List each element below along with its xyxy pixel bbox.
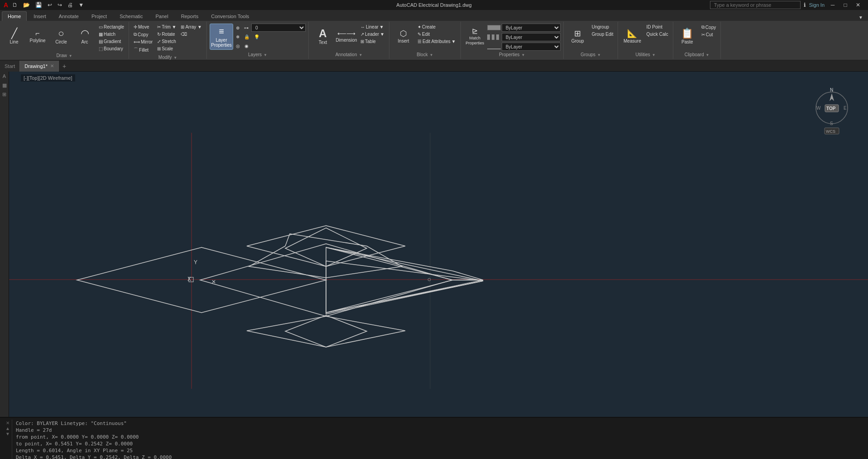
arc-button[interactable]: ◠ Arc: [73, 24, 96, 50]
layer-row-3: ◎ ◉: [234, 42, 306, 50]
ribbon-content: ╱ Line ⌐ Polyline ○ Circle ◠ Arc ▭ Recta…: [0, 21, 868, 60]
qa-open[interactable]: 📂: [22, 1, 31, 9]
layers-expand-icon[interactable]: ▼: [264, 53, 267, 57]
modify-expand-icon[interactable]: ▼: [173, 56, 177, 60]
linear-button[interactable]: ↔ Linear ▼: [359, 24, 386, 30]
stretch-button[interactable]: ⤢ Stretch: [155, 38, 178, 45]
ribbon-options-btn[interactable]: ▼: [857, 14, 864, 21]
clipboard-label-row: Clipboard ▼: [685, 52, 710, 58]
sign-in-btn[interactable]: Sign In: [809, 2, 825, 8]
sidebar-icon-2[interactable]: ▦: [1, 82, 8, 90]
info-btn[interactable]: ℹ: [802, 1, 807, 9]
trim-button[interactable]: ✂ Trim ▼: [155, 24, 178, 30]
drawing-tab-close[interactable]: ✕: [50, 63, 54, 68]
search-input[interactable]: [710, 1, 801, 9]
layer-properties-button[interactable]: ≡ Layer Properties: [210, 24, 233, 50]
scale-button[interactable]: ⊞ Scale: [155, 45, 178, 52]
quick-calc-btn[interactable]: Quick Calc: [644, 31, 670, 38]
tab-schematic[interactable]: Schematic: [114, 11, 149, 21]
edit-button[interactable]: ✎ Edit: [416, 31, 458, 38]
erase-button[interactable]: ⌫: [179, 31, 204, 38]
table-button[interactable]: ⊞ Table: [359, 38, 386, 45]
layer-lock-btn[interactable]: 🔒: [242, 34, 251, 40]
layers-col: ⊕ ⊶ 0 Defpoints ❄ 🔒 💡 ◎ ◉: [234, 24, 306, 50]
move-button[interactable]: ✛ Move: [132, 24, 154, 30]
ribbon: Home Insert Annotate Project Schematic P…: [0, 10, 868, 61]
ungroup-button[interactable]: Ungroup: [590, 24, 615, 30]
cut-button[interactable]: ✂ Cut: [700, 31, 718, 38]
tab-insert[interactable]: Insert: [28, 11, 52, 21]
add-tab-button[interactable]: +: [59, 61, 70, 72]
qa-save[interactable]: 💾: [34, 1, 43, 9]
utilities-expand-icon[interactable]: ▼: [652, 53, 656, 57]
tab-reports[interactable]: Reports: [175, 11, 205, 21]
layer-freeze-btn[interactable]: ❄: [234, 34, 241, 40]
copy-button[interactable]: ⧉ Copy: [132, 31, 154, 38]
layer-isolate-btn[interactable]: ◎: [234, 43, 242, 49]
minimize-btn[interactable]: ─: [826, 0, 839, 10]
lineweight-dropdown[interactable]: ByLayer: [502, 43, 561, 51]
group-edit-button[interactable]: Group Edit: [590, 31, 615, 38]
text-button[interactable]: A Text: [312, 24, 334, 50]
match-properties-button[interactable]: ⊵ Match Properties: [464, 24, 486, 50]
block-expand-icon[interactable]: ▼: [430, 53, 433, 57]
close-btn[interactable]: ✕: [852, 0, 864, 10]
linetype-dropdown[interactable]: ByLayer: [502, 33, 561, 41]
qa-undo[interactable]: ↩: [46, 1, 53, 9]
sidebar-icon-1[interactable]: A: [1, 73, 8, 81]
id-point-btn[interactable]: ID Point: [644, 24, 670, 30]
layer-dropdown[interactable]: 0 Defpoints: [251, 24, 306, 32]
qa-new[interactable]: 🗋: [11, 1, 19, 9]
layer-off-btn[interactable]: 💡: [252, 34, 261, 40]
maximize-btn[interactable]: □: [839, 0, 852, 10]
title-center: AutoCAD Electrical Drawing1.dwg: [396, 2, 471, 8]
edit-attributes-button[interactable]: ☰ Edit Attributes ▼: [416, 38, 458, 45]
rect-button[interactable]: ▭ Rectangle: [97, 24, 126, 30]
properties-expand-icon[interactable]: ▼: [522, 53, 525, 57]
match-layer-button[interactable]: ⊶: [242, 24, 250, 31]
polyline-button[interactable]: ⌐ Polyline: [26, 24, 49, 50]
line-button[interactable]: ╱ Line: [3, 24, 25, 50]
circle-button[interactable]: ○ Circle: [50, 24, 72, 50]
rect-icon: ▭: [99, 24, 103, 29]
tab-home[interactable]: Home: [2, 11, 27, 21]
window-title: AutoCAD Electrical Drawing1.dwg: [396, 2, 471, 8]
sidebar-icon-3[interactable]: ⊞: [1, 92, 8, 99]
drawing1-tab[interactable]: Drawing1* ✕: [20, 61, 59, 72]
hatch-button[interactable]: ▦ Hatch: [97, 31, 126, 38]
copy-clip-icon: ⧉: [701, 24, 705, 30]
qa-print[interactable]: 🖨: [66, 1, 74, 9]
leader-button[interactable]: ↗ Leader ▼: [359, 31, 386, 38]
tab-panel[interactable]: Panel: [150, 11, 174, 21]
insert-button[interactable]: ⬡ Insert: [392, 24, 415, 50]
clipboard-expand-icon[interactable]: ▼: [705, 53, 709, 57]
draw-expand-icon[interactable]: ▼: [69, 54, 72, 58]
rotate-button[interactable]: ↻ Rotate: [155, 31, 178, 38]
cmd-down-btn[interactable]: ▼: [5, 431, 10, 436]
draw-extra: ▭ Rectangle ▦ Hatch ▤ Gradient ⬚ Boundar…: [97, 24, 126, 52]
make-current-button[interactable]: ⊕: [234, 24, 241, 31]
groups-expand-icon[interactable]: ▼: [597, 53, 601, 57]
array-button[interactable]: ⊞ Array ▼: [179, 24, 204, 30]
qa-redo[interactable]: ↪: [56, 1, 63, 9]
cmd-close-btn[interactable]: ✕: [5, 420, 10, 425]
annotation-expand-icon[interactable]: ▼: [359, 53, 362, 57]
mirror-button[interactable]: ⟺ Mirror: [132, 39, 154, 45]
qa-dropdown[interactable]: ▼: [77, 1, 85, 9]
create-button[interactable]: ✦ Create: [416, 24, 458, 30]
measure-button[interactable]: 📐 Measure: [621, 24, 643, 50]
dimension-button[interactable]: ⟵⟶ Dimension: [335, 24, 358, 50]
paste-button[interactable]: 📋 Paste: [676, 24, 699, 50]
gradient-button[interactable]: ▤ Gradient: [97, 38, 126, 45]
cmd-up-btn[interactable]: ▲: [5, 426, 10, 431]
group-button[interactable]: ⊞ Group: [566, 24, 589, 50]
layer-unisolate-btn[interactable]: ◉: [243, 43, 250, 49]
color-dropdown[interactable]: ByLayer: [502, 24, 561, 32]
copy-clip-button[interactable]: ⧉ Copy: [700, 24, 718, 31]
tab-annotate[interactable]: Annotate: [53, 11, 85, 21]
tab-project[interactable]: Project: [86, 11, 113, 21]
boundary-button[interactable]: ⬚ Boundary: [97, 45, 126, 52]
fillet-button[interactable]: ⌒ Fillet: [132, 46, 154, 54]
start-tab[interactable]: Start: [0, 61, 20, 72]
tab-conversion-tools[interactable]: Conversion Tools: [205, 11, 255, 21]
